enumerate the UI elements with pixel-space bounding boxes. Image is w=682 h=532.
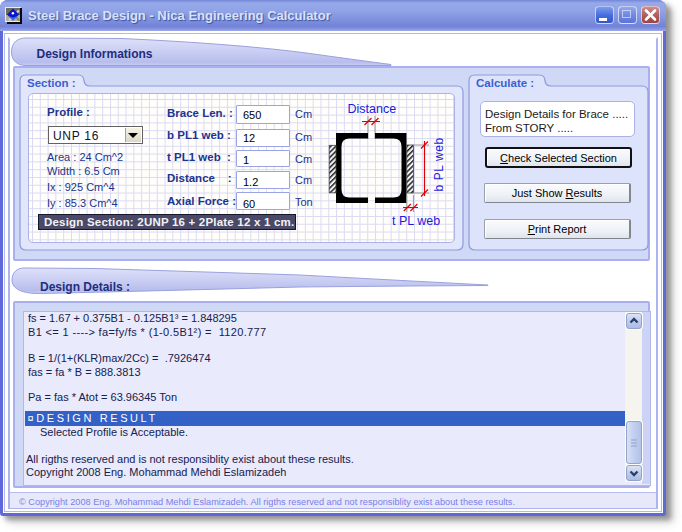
svg-text:b PL web: b PL web <box>432 137 446 191</box>
